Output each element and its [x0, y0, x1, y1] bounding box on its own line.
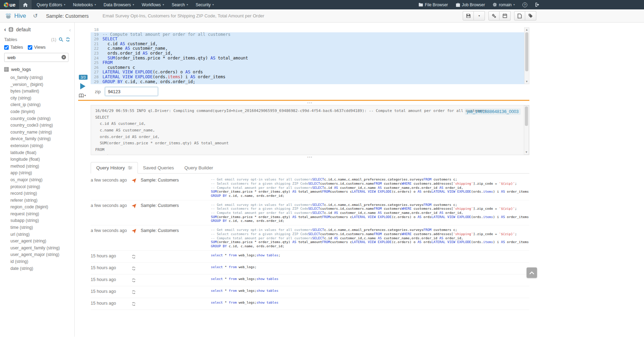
column-item[interactable]: _version_ (bigint)	[0, 81, 74, 88]
help-button[interactable]: ?	[519, 0, 531, 9]
column-item[interactable]: extension (string)	[0, 143, 74, 150]
scroll-up-icon[interactable]: ▲	[525, 28, 529, 32]
history-row[interactable]: a few seconds agoSample: Customers-- Get…	[91, 225, 529, 251]
views-checkbox[interactable]	[28, 45, 32, 50]
column-item[interactable]: request (string)	[0, 211, 74, 218]
column-item[interactable]: referer (string)	[0, 197, 74, 204]
editor-line[interactable]: 21 c.id AS customer_id,	[91, 42, 524, 47]
column-item[interactable]: date (string)	[0, 265, 74, 272]
query-settings-button[interactable]	[488, 11, 499, 21]
column-item[interactable]: user_agent_major (string)	[0, 251, 74, 258]
column-item[interactable]: country_code3 (string)	[0, 122, 74, 129]
menu-security[interactable]: Security▾	[192, 0, 217, 9]
menu-search[interactable]: Search▾	[168, 0, 192, 9]
editor-line[interactable]: 25FROM	[91, 61, 524, 65]
history-row[interactable]: a few seconds agoSample: Customers-- Get…	[91, 200, 529, 226]
column-item[interactable]: time (string)	[0, 224, 74, 231]
column-item[interactable]: code (tinyint)	[0, 109, 74, 115]
column-item[interactable]: bytes (smallint)	[0, 88, 74, 95]
editor-line[interactable]: 29GROUP BY c.id, c.name, ords.order_id;	[91, 80, 524, 85]
editor-line[interactable]: 20SELECT	[91, 37, 524, 42]
recent-queries-icon[interactable]: ↺	[33, 13, 38, 19]
column-item[interactable]: id (string)	[0, 258, 74, 265]
code-editor[interactable]: 1819-- Compute total amount per order fo…	[91, 27, 529, 84]
column-item[interactable]: region_code (bigint)	[0, 204, 74, 211]
filter-views[interactable]: Views	[28, 45, 46, 50]
editor-line[interactable]: 23 ords.order_id AS order_id,	[91, 51, 524, 56]
column-item[interactable]: app (string)	[0, 170, 74, 177]
history-row[interactable]: 15 hours agoselect * from web_logs;	[91, 263, 529, 274]
save-dropdown-button[interactable]: ▾	[474, 11, 485, 21]
scroll-down-icon[interactable]: ▼	[525, 80, 529, 84]
column-item[interactable]: longitude (float)	[0, 156, 74, 163]
editor-line[interactable]: 28LATERAL VIEW EXPLODE(ords.items) i AS …	[91, 75, 524, 80]
column-item[interactable]: city (string)	[0, 95, 74, 102]
refresh-icon[interactable]	[66, 37, 70, 42]
editor-line[interactable]: 22 c.name AS customer_name,	[91, 46, 524, 51]
clear-search-icon[interactable]: ✕	[61, 55, 66, 59]
column-item[interactable]: country_name (string)	[0, 129, 74, 136]
column-item[interactable]: user_agent_family (string)	[0, 245, 74, 252]
job-link[interactable]: job_1461888648136_0003	[465, 109, 521, 115]
editor-line[interactable]: 18	[91, 27, 524, 32]
column-item[interactable]: country_code (string)	[0, 115, 74, 122]
history-row[interactable]: a few seconds agoSample: Customers-- Get…	[91, 175, 529, 200]
column-item[interactable]: url (string)	[0, 231, 74, 238]
column-item[interactable]: os_major (string)	[0, 177, 74, 184]
explain-menu-button[interactable]: ▾	[79, 94, 86, 98]
scrollbar-thumb[interactable]	[525, 32, 528, 71]
column-item[interactable]: subapp (string)	[0, 217, 74, 224]
table-item-web-logs[interactable]: web_logs	[0, 63, 74, 73]
save-button[interactable]	[463, 11, 474, 21]
new-document-button[interactable]	[514, 11, 525, 21]
history-row[interactable]: 15 hours agoselect * from web_logs;show …	[91, 286, 529, 298]
column-item[interactable]: user_agent (string)	[0, 238, 74, 245]
menu-workflows[interactable]: Workflows▾	[138, 0, 168, 9]
editor-line[interactable]: 24 SUM(order_items.price * order_items.q…	[91, 56, 524, 61]
job-browser-link[interactable]: Job Browser	[452, 0, 489, 9]
column-item[interactable]: device_family (string)	[0, 136, 74, 143]
scroll-to-top-button[interactable]	[527, 267, 537, 278]
editor-line[interactable]: 26 customers c	[91, 65, 524, 70]
column-item[interactable]: latitude (float)	[0, 150, 74, 157]
scrollbar-thumb[interactable]	[525, 106, 528, 126]
sign-out-button[interactable]	[531, 0, 543, 9]
menu-query-editors[interactable]: Query Editors▾	[33, 0, 69, 9]
collapse-panel-icon[interactable]: ‹	[69, 27, 71, 32]
tab-query-history[interactable]: Query History	[91, 162, 138, 174]
database-name[interactable]: default	[16, 27, 66, 32]
menu-notebooks[interactable]: Notebooks▾	[69, 0, 100, 9]
tab-saved-queries[interactable]: Saved Queries	[138, 162, 179, 173]
file-browser-link[interactable]: File Browser	[415, 0, 452, 9]
home-button[interactable]	[19, 0, 32, 9]
execute-button[interactable]	[80, 83, 85, 89]
history-row[interactable]: 15 hours agoselect * from web_logs;show …	[91, 298, 529, 310]
hive-app-link[interactable]: Hive	[5, 13, 26, 19]
editor-scrollbar[interactable]: ▲ ▼	[524, 27, 529, 84]
column-item[interactable]: record (string)	[0, 190, 74, 197]
menu-data-browsers[interactable]: Data Browsers▾	[100, 0, 138, 9]
tab-query-builder[interactable]: Query Builder	[179, 162, 218, 173]
column-item[interactable]: client_ip (string)	[0, 102, 74, 109]
user-menu[interactable]: romain ▾	[489, 0, 519, 9]
column-item[interactable]: protocol (string)	[0, 184, 74, 191]
editor-line[interactable]: 27LATERAL VIEW EXPLODE(c.orders) o AS or…	[91, 70, 524, 75]
table-search-input[interactable]	[4, 53, 68, 62]
log-scrollbar[interactable]: ▼	[524, 105, 529, 155]
history-row[interactable]: 15 hours agoselect * from web_logs;show …	[91, 251, 529, 263]
column-item[interactable]: method (string)	[0, 163, 74, 170]
editor-line[interactable]: 19-- Compute total amount per order for …	[91, 32, 524, 37]
tags-button[interactable]	[525, 11, 536, 21]
scroll-down-icon[interactable]: ▼	[524, 150, 529, 154]
hue-logo[interactable]: ue	[0, 0, 19, 9]
schedule-button[interactable]	[499, 11, 511, 21]
variable-input[interactable]	[105, 87, 158, 96]
search-icon[interactable]	[59, 37, 63, 42]
resize-handle[interactable]: •••	[91, 156, 529, 159]
back-arrow-icon[interactable]: ‹	[4, 27, 6, 32]
filter-tables[interactable]: Tables	[4, 45, 23, 50]
tables-checkbox[interactable]	[4, 45, 9, 50]
column-item[interactable]: os_family (string)	[0, 74, 74, 81]
resize-handle[interactable]: •••	[91, 102, 529, 104]
history-row[interactable]: 15 hours agoselect * from web_logs;show …	[91, 274, 529, 286]
